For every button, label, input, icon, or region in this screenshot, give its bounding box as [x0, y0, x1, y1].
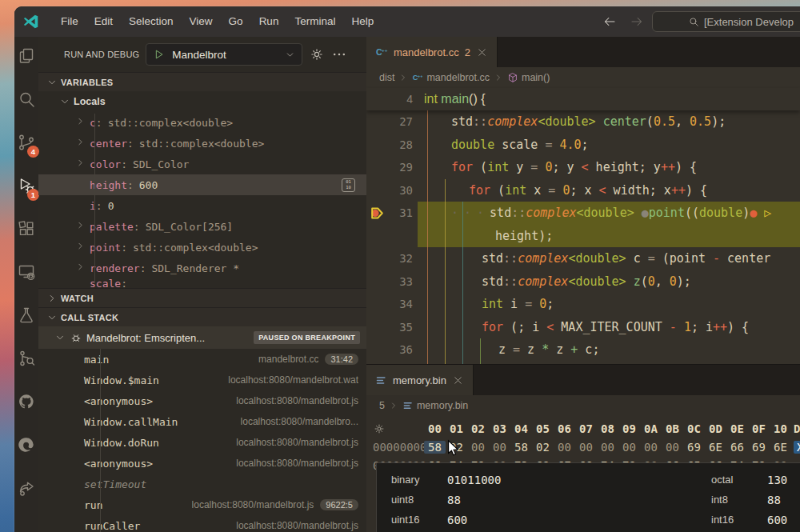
code-editor[interactable]: 27std::complex<double> center(0.5, 0.5);… — [366, 110, 800, 384]
code-line-32[interactable]: 32std::complex<double> c = (point - cent… — [366, 247, 800, 270]
hex-byte-cell[interactable]: 00 — [662, 441, 683, 454]
stack-frame-row[interactable]: Window.callMainlocalhost:8080/mandelbro.… — [38, 411, 366, 432]
hex-column-header: 04 — [510, 422, 532, 435]
hex-byte-cell[interactable]: 00 — [640, 441, 662, 454]
variable-row-c[interactable]: c:std::complex<double> — [38, 112, 366, 133]
variable-row-color[interactable]: color:SDL_Color — [38, 154, 366, 174]
current-breakpoint-icon[interactable] — [366, 202, 387, 225]
menu-help[interactable]: Help — [343, 6, 382, 37]
variable-row-renderer[interactable]: renderer:SDL_Renderer * — [38, 258, 366, 278]
memory-breadcrumb[interactable]: 5memory.bin — [366, 395, 800, 416]
watch-section-header[interactable]: WATCH — [38, 288, 366, 307]
hex-byte-cell[interactable]: 02 — [532, 441, 554, 454]
breadcrumb-item[interactable]: main() — [507, 72, 550, 83]
activity-source-control-graph[interactable] — [14, 349, 38, 392]
close-icon[interactable] — [476, 46, 488, 58]
gear-icon[interactable] — [309, 46, 325, 62]
hex-byte-cell[interactable]: 00 — [618, 441, 640, 454]
activity-run-and-debug[interactable]: 1 — [14, 176, 38, 219]
code-line-30[interactable]: 30for (int x = 0; x < width; x++) { — [366, 179, 800, 202]
hex-byte-cell[interactable]: 58 — [424, 441, 446, 454]
activity-testing[interactable] — [14, 306, 38, 349]
locals-scope-row[interactable]: Locals — [38, 91, 366, 112]
code-line-29[interactable]: 29for (int y = 0; y < height; y++) { — [366, 156, 800, 179]
hex-byte-cell[interactable]: 00 — [597, 441, 618, 454]
variable-row-point[interactable]: point:std::complex<double> — [38, 237, 366, 258]
hex-byte-cell[interactable]: 66 — [726, 441, 748, 454]
line-number: 35 — [387, 321, 413, 334]
tooltip-value: 88 — [447, 494, 711, 506]
code-line-36[interactable]: 36z = z * z + c; — [366, 338, 800, 362]
hex-byte-cell[interactable]: 69 — [748, 441, 770, 454]
hex-settings-gear-icon[interactable] — [366, 422, 424, 435]
variable-row-palette[interactable]: palette:SDL_Color[256] — [38, 216, 366, 237]
stack-frame-row[interactable]: mainmandelbrot.cc31:42 — [38, 349, 366, 370]
view-binary-icon[interactable]: 0110 — [342, 178, 355, 192]
menu-file[interactable]: File — [53, 6, 86, 37]
hex-column-header: 0E — [726, 422, 748, 435]
breadcrumb-item[interactable]: C++mandelbrot.cc — [412, 72, 490, 83]
breakpoint-gutter — [366, 338, 387, 362]
code-line-35[interactable]: 35for (; i < MAX_ITER_COUNT - 1; i++) { — [366, 316, 800, 339]
stack-frame-row[interactable]: Window.doRunlocalhost:8080/mandelbrot.js — [38, 432, 366, 453]
command-center-search[interactable]: [Extension Develop — [652, 11, 800, 32]
variable-row-scale[interactable]: scale: — [38, 278, 366, 288]
code-line-34[interactable]: 34int i = 0; — [366, 293, 800, 316]
hex-byte-cell[interactable]: 58 — [510, 441, 532, 454]
sticky-scroll-line[interactable]: 4 int main() { — [366, 88, 800, 110]
hex-byte-cell[interactable]: 00 — [554, 441, 575, 454]
variable-row-height[interactable]: height:6000110 — [38, 174, 366, 195]
activity-explorer[interactable] — [14, 46, 38, 90]
tooltip-value2: 88 — [767, 494, 800, 506]
menu-edit[interactable]: Edit — [86, 6, 121, 37]
breadcrumb-item[interactable]: 5 — [379, 400, 385, 411]
menu-terminal[interactable]: Terminal — [286, 6, 343, 37]
hex-byte-cell[interactable]: 6E — [770, 441, 791, 454]
breadcrumb-item[interactable]: dist — [379, 72, 394, 83]
menu-go[interactable]: Go — [221, 6, 251, 37]
hex-byte-cell[interactable]: 69 — [683, 441, 705, 454]
code-line-27[interactable]: 27std::complex<double> center(0.5, 0.5); — [366, 110, 800, 134]
play-icon[interactable] — [153, 48, 166, 61]
activity-github[interactable] — [14, 392, 38, 435]
menu-run[interactable]: Run — [251, 6, 287, 37]
variable-row-center[interactable]: center:std::complex<double> — [38, 133, 366, 154]
activity-search[interactable] — [14, 90, 38, 133]
stack-frame-row[interactable]: runCallerlocalhost:8080/mandelbrot.js — [38, 515, 366, 532]
breadcrumb[interactable]: distC++mandelbrot.ccmain() — [366, 67, 800, 88]
call-stack-section-header[interactable]: CALL STACK — [38, 307, 366, 326]
debug-config-dropdown[interactable]: Mandelbrot — [146, 43, 302, 66]
activity-source-control[interactable]: 4 — [14, 133, 38, 176]
code-line-33[interactable]: 33std::complex<double> z(0, 0); — [366, 270, 800, 294]
hex-byte-cell[interactable]: 00 — [467, 441, 489, 454]
more-actions-icon[interactable] — [331, 46, 347, 62]
activity-edge[interactable] — [14, 435, 38, 478]
activity-extensions[interactable] — [14, 219, 38, 262]
activity-remote-explorer[interactable] — [14, 262, 38, 306]
forward-arrow-icon[interactable] — [630, 14, 644, 29]
code-line-wrap[interactable]: height); — [366, 225, 800, 248]
stack-frame-row[interactable]: runlocalhost:8080/mandelbrot.js9622:5 — [38, 494, 366, 515]
back-arrow-icon[interactable] — [602, 14, 617, 29]
tab-memory-bin[interactable]: memory.bin — [366, 365, 474, 395]
close-icon[interactable] — [452, 374, 464, 386]
debug-session-row[interactable]: Mandelbrot: Emscripten... PAUSED ON BREA… — [38, 326, 366, 349]
hex-byte-cell[interactable]: 6E — [705, 441, 726, 454]
variables-section-header[interactable]: VARIABLES — [38, 72, 366, 91]
activity-live-share[interactable] — [14, 478, 38, 522]
menu-selection[interactable]: Selection — [121, 6, 182, 37]
code-line-28[interactable]: 28double scale = 4.0; — [366, 134, 800, 157]
hex-byte-cell[interactable]: 00 — [489, 441, 510, 454]
stack-frame-row[interactable]: setTimeout — [38, 474, 366, 494]
breadcrumb-item[interactable]: memory.bin — [402, 400, 468, 411]
stack-frame-row[interactable]: <anonymous>localhost:8080/mandelbrot.js — [38, 453, 366, 474]
variable-value: SDL_Color[256] — [146, 221, 234, 233]
code-line-31[interactable]: 31···std::complex<double> ●point((double… — [366, 202, 800, 225]
stack-frame-row[interactable]: Window.$mainlocalhost:8080/mandelbrot.wa… — [38, 370, 366, 390]
variable-row-i[interactable]: i:0 — [38, 195, 366, 216]
stack-frame-row[interactable]: <anonymous>localhost:8080/mandelbrot.js — [38, 390, 366, 411]
menu-view[interactable]: View — [182, 6, 221, 37]
hex-byte-cell[interactable]: 00 — [575, 441, 597, 454]
tab-mandelbrot-cc[interactable]: C++ mandelbrot.cc 2 — [366, 37, 498, 67]
hex-data-row: 00000000580200005802000000000000696E6669… — [366, 438, 800, 456]
